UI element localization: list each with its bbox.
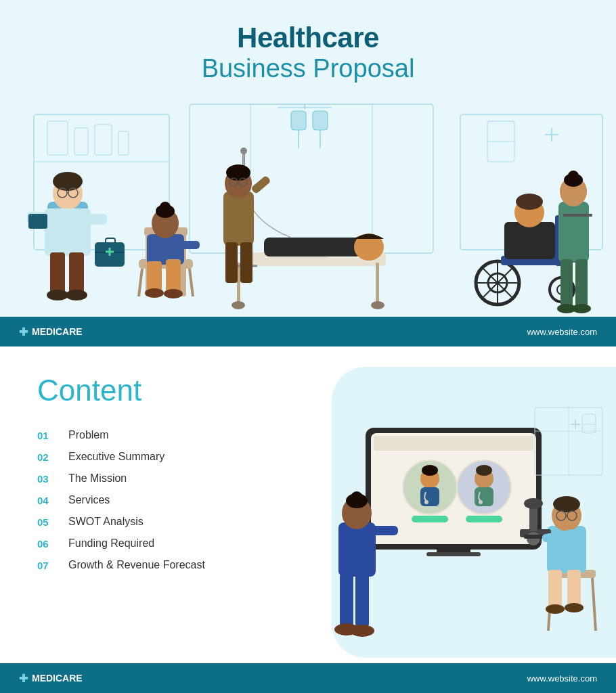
slide2-body: Content 01Problem02Executive Summary03Th… <box>0 346 616 663</box>
slide1-illustration <box>0 94 616 317</box>
svg-rect-29 <box>50 252 65 293</box>
slide1-title-area: Healthcare Business Proposal <box>0 0 616 94</box>
svg-rect-98 <box>575 259 588 307</box>
svg-point-96 <box>568 171 579 181</box>
svg-point-54 <box>164 289 183 298</box>
toc-item: 04Services <box>37 494 311 506</box>
toc-num: 05 <box>37 516 56 528</box>
svg-rect-79 <box>240 242 252 283</box>
svg-rect-145 <box>524 535 543 539</box>
slide1-title-light: Business Proposal <box>0 54 616 83</box>
toc-label: Services <box>68 494 110 506</box>
svg-line-45 <box>139 269 142 296</box>
toc-item: 06Funding Required <box>37 537 311 550</box>
patient-sitting-figure <box>125 154 213 317</box>
svg-point-50 <box>160 202 171 213</box>
svg-rect-97 <box>560 259 573 307</box>
toc-item: 07Growth & Revenue Forecast <box>37 559 311 571</box>
svg-point-69 <box>240 148 247 154</box>
toc-item: 05SWOT Analysis <box>37 516 311 528</box>
cross-icon: ✚ <box>19 326 28 338</box>
slide1-footer: ✚ MEDICARE www.website.com <box>0 317 616 346</box>
slide2-footer: ✚ MEDICARE www.website.com <box>0 663 616 693</box>
svg-point-107 <box>422 465 438 476</box>
svg-point-92 <box>516 194 543 210</box>
svg-rect-127 <box>371 526 398 535</box>
doctor-briefcase-figure <box>20 141 129 317</box>
svg-rect-119 <box>338 522 376 577</box>
content-heading: Content <box>37 374 311 407</box>
svg-point-59 <box>232 301 245 309</box>
toc-label: Funding Required <box>68 537 154 550</box>
svg-rect-114 <box>412 516 448 522</box>
slide-2: Content 01Problem02Executive Summary03Th… <box>0 346 616 693</box>
svg-point-122 <box>351 491 363 504</box>
svg-point-73 <box>226 164 250 181</box>
svg-rect-115 <box>466 516 502 522</box>
svg-rect-152 <box>582 414 596 433</box>
svg-rect-28 <box>45 208 91 256</box>
svg-rect-123 <box>340 573 353 627</box>
svg-point-140 <box>565 603 584 612</box>
toc-num: 04 <box>37 495 56 506</box>
svg-rect-108 <box>420 487 439 506</box>
svg-point-53 <box>145 288 164 298</box>
toc-label: The Mission <box>68 472 127 485</box>
svg-rect-137 <box>548 570 562 607</box>
svg-point-109 <box>424 500 428 504</box>
svg-rect-51 <box>147 261 162 292</box>
svg-rect-118 <box>426 552 481 556</box>
svg-rect-35 <box>85 214 107 225</box>
svg-rect-30 <box>69 252 84 293</box>
svg-point-100 <box>572 304 591 313</box>
svg-point-111 <box>476 465 492 476</box>
svg-rect-34 <box>28 214 47 229</box>
svg-line-130 <box>592 578 596 631</box>
footer-brand-left: ✚ MEDICARE <box>19 326 83 338</box>
svg-rect-124 <box>355 573 369 627</box>
slide2-left-panel: Content 01Problem02Executive Summary03Th… <box>0 346 311 663</box>
toc-num: 02 <box>37 451 56 463</box>
svg-rect-71 <box>223 192 254 246</box>
toc-item: 02Executive Summary <box>37 451 311 463</box>
svg-rect-55 <box>181 241 200 249</box>
svg-point-143 <box>524 498 543 509</box>
svg-rect-90 <box>504 222 555 259</box>
svg-point-31 <box>47 290 68 300</box>
svg-rect-58 <box>376 263 379 303</box>
slide2-right-panel <box>311 346 616 663</box>
slide-1: Healthcare Business Proposal <box>0 0 616 346</box>
svg-point-133 <box>553 496 580 512</box>
svg-rect-65 <box>264 238 362 256</box>
svg-point-60 <box>371 301 384 309</box>
toc-list: 01Problem02Executive Summary03The Missio… <box>37 429 311 571</box>
toc-num: 06 <box>37 538 56 550</box>
svg-point-126 <box>350 625 374 637</box>
slide2-illustration-svg <box>332 387 602 658</box>
svg-point-32 <box>66 290 87 300</box>
svg-rect-9 <box>313 111 328 130</box>
svg-rect-93 <box>558 202 589 263</box>
cross-icon-bottom: ✚ <box>19 672 28 685</box>
footer-brand-text-bottom: MEDICARE <box>32 673 83 684</box>
svg-rect-77 <box>250 175 271 194</box>
svg-rect-142 <box>529 506 537 531</box>
toc-label: Growth & Revenue Forecast <box>68 559 205 571</box>
svg-point-113 <box>479 500 483 504</box>
svg-rect-116 <box>374 436 533 451</box>
toc-label: Problem <box>68 429 109 441</box>
slide1-title-bold: Healthcare <box>0 22 616 54</box>
wheelchair-scene-figure <box>460 141 596 317</box>
footer-brand-text: MEDICARE <box>32 326 83 337</box>
footer-brand-bottom: ✚ MEDICARE <box>19 672 83 685</box>
toc-item: 01Problem <box>37 429 311 441</box>
toc-item: 03The Mission <box>37 472 311 485</box>
svg-line-46 <box>190 269 193 296</box>
toc-num: 07 <box>37 560 56 571</box>
svg-rect-52 <box>166 259 181 292</box>
svg-rect-138 <box>567 570 581 605</box>
toc-num: 01 <box>37 430 56 441</box>
footer-url-bottom: www.website.com <box>527 673 597 684</box>
iv-scene-figure <box>223 137 393 317</box>
toc-label: SWOT Analysis <box>68 516 144 528</box>
